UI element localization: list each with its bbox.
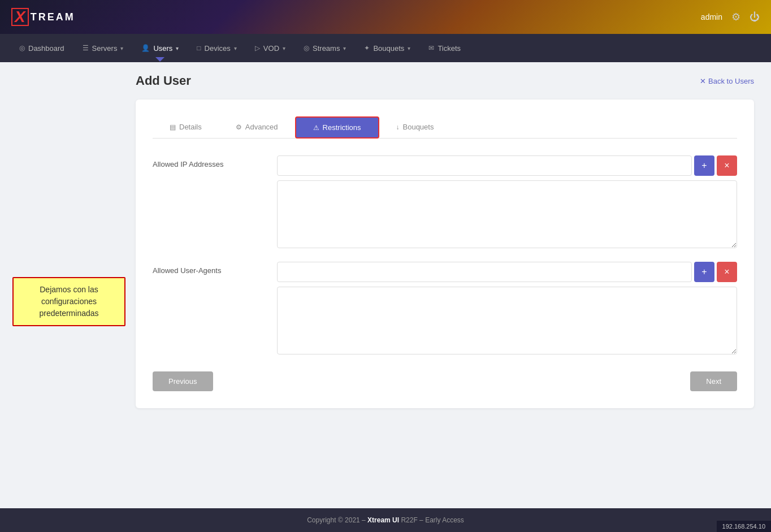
nav-label-bouquets: Bouquets xyxy=(373,44,404,53)
form-card: ▤ Details ⚙ Advanced ⚠ Restrictions ↓ Bo… xyxy=(136,100,754,408)
logo: X TREAM xyxy=(11,8,75,26)
nav-item-streams[interactable]: ◎ Streams ▾ xyxy=(296,40,354,57)
nav-item-tickets[interactable]: ✉ Tickets xyxy=(421,40,469,57)
streams-chevron: ▾ xyxy=(343,45,346,51)
allowed-ip-textarea[interactable] xyxy=(277,180,737,248)
allowed-ip-row: Allowed IP Addresses + × xyxy=(153,155,737,248)
nav-label-streams: Streams xyxy=(313,44,340,53)
advanced-tab-label: Advanced xyxy=(245,123,278,131)
nav-label-dashboard: Dashboard xyxy=(28,44,64,53)
tab-bouquets[interactable]: ↓ Bouquets xyxy=(379,116,451,139)
users-icon: 👤 xyxy=(141,44,150,52)
nav-label-servers: Servers xyxy=(92,44,118,53)
add-ip-button[interactable]: + xyxy=(694,155,714,176)
allowed-ua-input[interactable] xyxy=(277,262,692,282)
allowed-ua-input-group: + × xyxy=(277,262,737,282)
nav-item-servers[interactable]: ☰ Servers ▾ xyxy=(75,40,132,57)
logo-x: X xyxy=(11,8,29,26)
power-icon[interactable]: ⏻ xyxy=(750,11,760,23)
tickets-icon: ✉ xyxy=(428,44,434,52)
ip-badge: 192.168.254.10 xyxy=(717,521,771,532)
dashboard-icon: ◎ xyxy=(19,44,25,52)
nav-label-users: Users xyxy=(153,44,172,53)
logo-text: TREAM xyxy=(31,11,75,23)
remove-ua-button[interactable]: × xyxy=(717,262,737,282)
servers-chevron: ▾ xyxy=(120,45,123,51)
admin-label: admin xyxy=(701,12,722,21)
form-actions: Previous Next xyxy=(153,371,737,391)
devices-chevron: ▾ xyxy=(234,45,237,51)
page-title: Add User xyxy=(136,73,191,88)
footer-brand: Xtream UI xyxy=(367,516,399,524)
allowed-ip-label: Allowed IP Addresses xyxy=(153,155,266,168)
back-label: Back to Users xyxy=(708,77,754,85)
tab-advanced[interactable]: ⚙ Advanced xyxy=(219,116,295,139)
add-ua-button[interactable]: + xyxy=(694,262,714,282)
streams-icon: ◎ xyxy=(304,44,309,52)
settings-icon[interactable]: ⚙ xyxy=(731,11,740,23)
allowed-ip-input-group: + × xyxy=(277,155,737,176)
nav-item-dashboard[interactable]: ◎ Dashboard xyxy=(11,40,72,57)
tab-restrictions[interactable]: ⚠ Restrictions xyxy=(295,116,379,139)
bouquets-tab-label: Bouquets xyxy=(403,123,434,131)
footer-text: Copyright © 2021 – xyxy=(307,516,367,524)
back-to-users-link[interactable]: ✕ Back to Users xyxy=(700,77,754,85)
allowed-ip-input[interactable] xyxy=(277,155,692,176)
nav-label-tickets: Tickets xyxy=(438,44,461,53)
allowed-ua-group: + × xyxy=(277,262,737,354)
footer: Copyright © 2021 – Xtream UI R22F – Earl… xyxy=(0,508,771,532)
page-content: Add User ✕ Back to Users ▤ Details ⚙ Adv… xyxy=(0,62,771,425)
nav-item-devices[interactable]: □ Devices ▾ xyxy=(189,40,245,57)
back-icon: ✕ xyxy=(700,77,706,85)
remove-ip-button[interactable]: × xyxy=(717,155,737,176)
topbar: X TREAM admin ⚙ ⏻ xyxy=(0,0,771,34)
nav-label-vod: VOD xyxy=(263,44,279,53)
allowed-ip-group: + × xyxy=(277,155,737,248)
allowed-ua-textarea[interactable] xyxy=(277,287,737,354)
nav-item-vod[interactable]: ▷ VOD ▾ xyxy=(247,40,293,57)
restrictions-tab-label: Restrictions xyxy=(323,123,361,132)
nav-item-bouquets[interactable]: ✦ Bouquets ▾ xyxy=(356,40,418,57)
vod-icon: ▷ xyxy=(255,44,260,52)
next-button[interactable]: Next xyxy=(690,371,737,391)
restrictions-tab-icon: ⚠ xyxy=(313,124,319,132)
allowed-ua-row: Allowed User-Agents + × xyxy=(153,262,737,354)
devices-icon: □ xyxy=(197,44,201,52)
servers-icon: ☰ xyxy=(83,44,89,52)
footer-version: R22F – Early Access xyxy=(399,516,464,524)
tabs: ▤ Details ⚙ Advanced ⚠ Restrictions ↓ Bo… xyxy=(153,116,737,139)
advanced-tab-icon: ⚙ xyxy=(236,123,242,131)
bouquets-tab-icon: ↓ xyxy=(396,123,400,131)
annotation-box: Dejamos con las configuraciones predeter… xyxy=(12,277,125,326)
users-chevron: ▾ xyxy=(176,45,179,51)
details-tab-icon: ▤ xyxy=(170,123,176,131)
vod-chevron: ▾ xyxy=(283,45,285,51)
bouquets-chevron: ▾ xyxy=(408,45,410,51)
bouquets-icon: ✦ xyxy=(364,44,370,52)
tab-details[interactable]: ▤ Details xyxy=(153,116,219,139)
nav-label-devices: Devices xyxy=(205,44,231,53)
main-nav: ◎ Dashboard ☰ Servers ▾ 👤 Users ▾ □ Devi… xyxy=(0,34,771,62)
topbar-right: admin ⚙ ⏻ xyxy=(701,11,760,23)
allowed-ua-label: Allowed User-Agents xyxy=(153,262,266,275)
details-tab-label: Details xyxy=(179,123,202,131)
nav-item-users[interactable]: 👤 Users ▾ xyxy=(133,40,187,57)
previous-button[interactable]: Previous xyxy=(153,371,213,391)
page-header: Add User ✕ Back to Users xyxy=(136,73,754,88)
